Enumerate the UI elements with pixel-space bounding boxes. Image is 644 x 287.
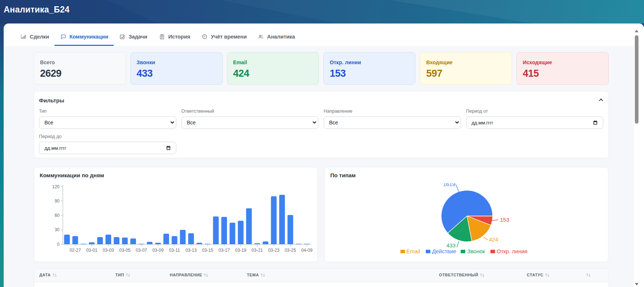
svg-text:03-25: 03-25	[285, 248, 296, 253]
svg-text:60: 60	[55, 213, 60, 218]
svg-text:0: 0	[57, 242, 60, 247]
svg-text:Email: Email	[406, 248, 420, 254]
svg-text:1619: 1619	[443, 183, 455, 187]
svg-text:Откр. линия: Откр. линия	[497, 248, 528, 254]
svg-text:03-19: 03-19	[235, 248, 247, 253]
svg-text:04-09: 04-09	[301, 248, 313, 253]
svg-text:03-13: 03-13	[186, 248, 197, 253]
svg-text:03-07: 03-07	[136, 248, 147, 253]
svg-text:30: 30	[55, 227, 60, 232]
svg-text:03-17: 03-17	[219, 248, 230, 253]
svg-text:03-01: 03-01	[86, 248, 97, 253]
svg-text:90: 90	[55, 199, 60, 204]
svg-text:03-23: 03-23	[268, 248, 280, 253]
svg-text:120: 120	[52, 184, 60, 189]
svg-text:03-21: 03-21	[252, 248, 263, 253]
svg-text:153: 153	[500, 217, 509, 223]
svg-text:433: 433	[446, 242, 456, 248]
svg-text:424: 424	[489, 236, 498, 243]
svg-text:03-09: 03-09	[152, 248, 164, 253]
svg-text:03-03: 03-03	[103, 248, 114, 253]
svg-text:Звонок: Звонок	[467, 248, 485, 254]
svg-text:Действие: Действие	[432, 248, 456, 254]
svg-text:03-05: 03-05	[119, 248, 131, 253]
svg-text:03-11: 03-11	[169, 248, 180, 253]
svg-text:03-15: 03-15	[202, 248, 213, 253]
svg-text:02-27: 02-27	[69, 248, 81, 253]
